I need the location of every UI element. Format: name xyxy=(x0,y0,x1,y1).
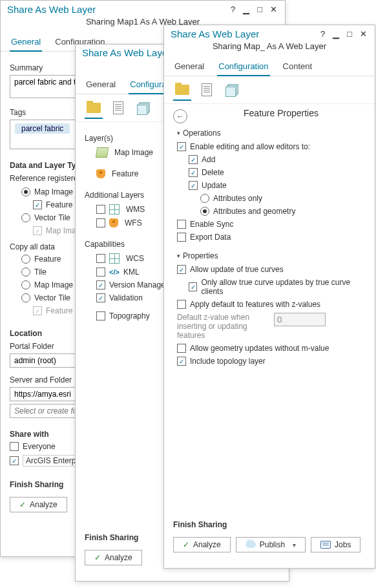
tab-general[interactable]: General xyxy=(10,34,42,52)
jobs-button[interactable]: Jobs xyxy=(311,537,360,552)
analyze-button[interactable]: ✓Analyze xyxy=(10,497,67,512)
dialog-title: Share As Web Layer xyxy=(7,4,96,15)
check-only-true-curve-clients[interactable]: Only allow true curve updates by true cu… xyxy=(177,276,366,298)
checkbox-icon xyxy=(177,142,186,151)
check-icon: ✓ xyxy=(94,553,101,562)
wms-icon xyxy=(109,204,120,215)
checkbox-icon xyxy=(177,357,186,366)
check-true-curves[interactable]: Allow update of true curves xyxy=(177,263,366,276)
titlebar: Share As Web Layer ? ▁ □ ✕ xyxy=(164,25,375,40)
check-icon: ✓ xyxy=(183,540,189,549)
radio-icon xyxy=(200,207,209,216)
check-add[interactable]: Add xyxy=(177,153,366,166)
radio-attributes-geometry[interactable]: Attributes and geometry xyxy=(177,205,366,218)
cloud-icon xyxy=(245,541,256,548)
check-update[interactable]: Update xyxy=(177,179,366,192)
z-value-input[interactable] xyxy=(274,313,326,326)
wcs-icon xyxy=(109,253,120,264)
checkbox-icon xyxy=(189,168,198,177)
chevron-down-icon: ▾ xyxy=(177,130,180,136)
help-icon[interactable]: ? xyxy=(318,28,328,40)
dialog-title: Share As Web Layer xyxy=(171,28,259,39)
tab-content[interactable]: Content xyxy=(282,59,314,76)
maximize-icon[interactable]: □ xyxy=(255,3,265,16)
checkbox-icon xyxy=(96,254,105,263)
tab-configuration[interactable]: Configuration xyxy=(217,59,269,76)
radio-icon xyxy=(200,194,209,203)
radio-icon xyxy=(21,187,30,196)
analyze-button[interactable]: ✓Analyze xyxy=(173,537,231,552)
layer-icon-row xyxy=(164,76,375,104)
radio-icon xyxy=(21,280,30,289)
stack-icon[interactable] xyxy=(134,101,152,119)
titlebar: Share As Web Layer ? ▁ □ ✕ xyxy=(1,1,285,16)
checkbox-icon xyxy=(177,300,186,309)
checkbox-icon xyxy=(96,268,105,277)
publish-button[interactable]: Publish▾ xyxy=(236,537,306,552)
arrow-left-icon: ← xyxy=(176,112,184,121)
tab-general[interactable]: General xyxy=(173,59,205,76)
document-icon[interactable] xyxy=(109,101,127,119)
check-include-topology[interactable]: Include topology layer xyxy=(177,355,366,368)
dialog-subtitle: Sharing Map_ As A Web Layer xyxy=(164,40,375,56)
feature-icon xyxy=(96,169,105,178)
checkbox-icon xyxy=(189,181,198,190)
folder-icon[interactable] xyxy=(173,83,191,101)
kml-icon: </> xyxy=(109,268,120,276)
checkbox-icon xyxy=(177,220,186,229)
feature-properties-title: Feature Properties xyxy=(187,104,375,126)
checkbox-icon xyxy=(10,442,19,451)
minimize-icon[interactable]: ▁ xyxy=(330,28,342,40)
checkbox-icon xyxy=(189,282,197,291)
checkbox-icon xyxy=(33,306,42,315)
maximize-icon[interactable]: □ xyxy=(344,28,355,40)
map-image-icon xyxy=(96,147,109,158)
tab-bar: General Configuration Content xyxy=(164,56,375,76)
checkbox-icon xyxy=(189,155,198,164)
radio-icon xyxy=(21,268,30,277)
help-icon[interactable]: ? xyxy=(228,3,238,16)
check-apply-z-default[interactable]: Apply default to features with z-values xyxy=(177,298,366,311)
checkbox-icon xyxy=(177,233,186,242)
folder-icon[interactable] xyxy=(85,101,103,119)
check-enable-sync[interactable]: Enable Sync xyxy=(177,218,366,231)
radio-icon xyxy=(21,293,30,302)
section-finish-sharing: Finish Sharing xyxy=(173,514,366,530)
checkbox-icon xyxy=(96,205,105,214)
check-allow-m-value[interactable]: Allow geometry updates without m-value xyxy=(177,342,366,355)
checkbox-icon xyxy=(10,456,19,465)
back-button[interactable]: ← xyxy=(173,109,187,123)
checkbox-icon xyxy=(33,226,42,235)
check-enable-editing[interactable]: Enable editing and allow editors to: xyxy=(177,140,366,153)
checkbox-icon xyxy=(177,265,186,274)
tab-general[interactable]: General xyxy=(85,77,117,94)
z-value-label: Default z-value when inserting or updati… xyxy=(177,313,267,340)
analyze-button[interactable]: ✓Analyze xyxy=(85,550,142,565)
wfs-icon xyxy=(109,218,118,227)
share-web-layer-dialog-feature-props: Share As Web Layer ? ▁ □ ✕ Sharing Map_ … xyxy=(163,25,375,569)
check-icon: ✓ xyxy=(19,500,26,509)
minimize-icon[interactable]: ▁ xyxy=(240,3,252,16)
chevron-down-icon: ▾ xyxy=(293,541,296,549)
chevron-down-icon: ▾ xyxy=(177,253,180,259)
stack-icon[interactable] xyxy=(222,83,240,101)
window-controls: ? ▁ □ ✕ xyxy=(228,3,280,16)
checkbox-icon xyxy=(96,311,105,320)
checkbox-icon xyxy=(96,218,105,227)
close-icon[interactable]: ✕ xyxy=(267,3,280,16)
properties-header[interactable]: ▾Properties xyxy=(177,249,366,263)
close-icon[interactable]: ✕ xyxy=(357,28,370,40)
document-icon[interactable] xyxy=(198,83,216,101)
checkbox-icon xyxy=(177,344,186,353)
check-export-data[interactable]: Export Data xyxy=(177,231,366,244)
operations-header[interactable]: ▾Operations xyxy=(177,126,366,140)
check-delete[interactable]: Delete xyxy=(177,166,366,179)
jobs-icon xyxy=(320,541,331,549)
radio-icon xyxy=(21,213,30,222)
window-controls: ? ▁ □ ✕ xyxy=(318,28,370,40)
radio-attributes-only[interactable]: Attributes only xyxy=(177,192,366,205)
dialog-title: Share As Web Layer xyxy=(82,47,171,58)
checkbox-icon xyxy=(96,280,105,289)
tag-chip[interactable]: parcel fabric xyxy=(15,123,70,134)
checkbox-icon xyxy=(96,293,105,302)
